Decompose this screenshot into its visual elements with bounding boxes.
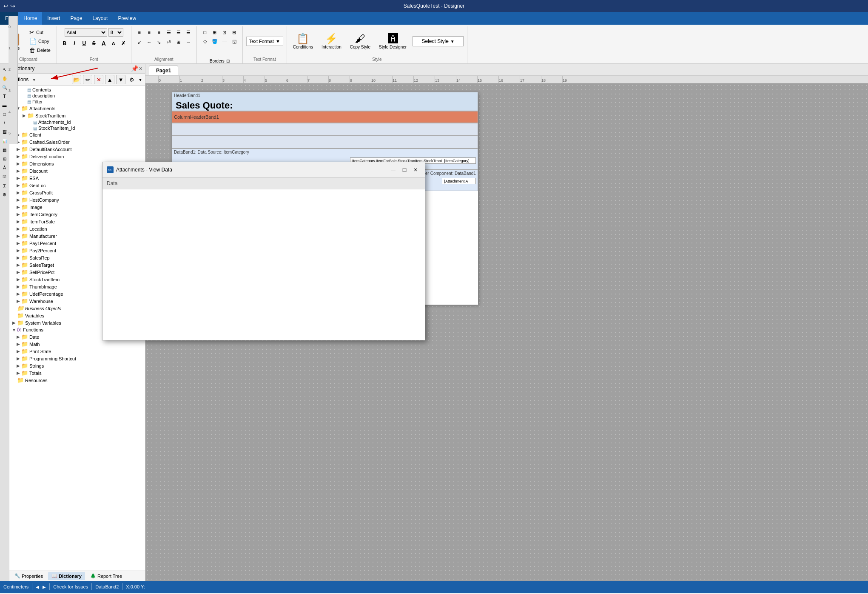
tool-rect[interactable]: □ <box>1 110 9 118</box>
border-inner[interactable]: ⊞ <box>210 28 219 37</box>
align-middle[interactable]: ↔ <box>145 38 154 46</box>
tool-line[interactable]: / <box>1 119 9 127</box>
data-band-2-field3[interactable]: {Attachment A <box>442 178 476 184</box>
actions-dropdown-arrow[interactable]: ▼ <box>32 77 36 82</box>
tool-image[interactable]: 🖼 <box>1 128 9 136</box>
tree-item-resources[interactable]: 📁 Resources <box>9 377 145 384</box>
align-justify-right[interactable]: ☰ <box>184 28 193 37</box>
align-justify-center[interactable]: ☰ <box>174 28 183 37</box>
font-size-select[interactable]: 8 10 12 <box>108 28 123 37</box>
delete-button[interactable]: 🗑 Delete <box>27 46 53 54</box>
data-band-1-field3[interactable]: {ItemCategory} <box>442 157 476 164</box>
tab-properties[interactable]: 🔧 Properties <box>11 572 46 580</box>
strikethrough-button[interactable]: S <box>90 39 98 48</box>
style-designer-button[interactable]: 🅰 Style Designer <box>376 32 409 51</box>
undo-button[interactable]: ↩ <box>3 3 9 9</box>
align-bottom-left[interactable]: ↙ <box>135 38 144 46</box>
menu-insert[interactable]: Insert <box>42 12 65 25</box>
tree-item-printstate[interactable]: ▶ 📁 Print State <box>9 348 145 355</box>
tree-item-stocktranitem-id[interactable]: ▤ StockTranItem_Id <box>9 125 145 131</box>
header-band[interactable]: HeaderBand1 Sales Quote: <box>172 92 478 111</box>
close-panel-button[interactable]: × <box>139 65 142 72</box>
redo-button[interactable]: ↪ <box>10 3 15 9</box>
tool-richtext[interactable]: Ā <box>1 164 9 171</box>
menu-page[interactable]: Page <box>65 12 87 25</box>
font-grow-button[interactable]: A <box>100 39 108 48</box>
copy-button[interactable]: 📄 Copy <box>27 37 53 46</box>
tool-settings2[interactable]: ⚙ <box>1 191 9 198</box>
tool-zoom[interactable]: 🔍 <box>1 83 9 91</box>
pin-icon[interactable]: 📌 <box>131 65 138 72</box>
tab-reporttree[interactable]: 🌲 Report Tree <box>87 572 125 580</box>
tool-band[interactable]: ▬ <box>1 101 9 109</box>
italic-button[interactable]: I <box>70 39 79 48</box>
border-line[interactable]: — <box>220 37 229 46</box>
bold-button[interactable]: B <box>60 39 69 48</box>
tool-table[interactable]: ⊞ <box>1 155 9 163</box>
tool-text[interactable]: T <box>1 92 9 100</box>
align-wrap[interactable]: ⏎ <box>164 38 174 46</box>
interaction-button[interactable]: ⚡ Interaction <box>319 32 344 51</box>
border-none[interactable]: ⊡ <box>220 28 229 37</box>
font-name-select[interactable]: Arial Times New Roman <box>65 28 107 37</box>
tab-dictionary[interactable]: 📖 Dictionary <box>48 572 85 580</box>
gear-dropdown-arrow[interactable]: ▼ <box>138 77 142 82</box>
tree-item-description[interactable]: ▤ description <box>9 93 145 99</box>
conditions-button[interactable]: 📋 Conditions <box>290 32 316 51</box>
gear-button[interactable]: ⚙ <box>127 75 137 84</box>
tree-item-client[interactable]: ▶ 📁 Client <box>9 131 145 138</box>
tool-chart[interactable]: 📊 <box>1 137 9 145</box>
align-center-top[interactable]: ≡ <box>145 28 154 37</box>
textformat-dropdown[interactable]: Text Format ▼ <box>246 37 283 46</box>
tool-math[interactable]: ∑ <box>1 182 9 189</box>
border-shadow[interactable]: ◱ <box>230 37 239 46</box>
border-all[interactable]: ⊟ <box>230 28 239 37</box>
border-outer[interactable]: □ <box>200 28 210 37</box>
status-play-forward[interactable]: ▶ <box>43 585 46 589</box>
menu-home[interactable]: Home <box>18 12 42 25</box>
new-item-button[interactable]: 📂 <box>72 75 81 84</box>
tree-item-stocktranitem[interactable]: ▶ 📁 StockTranItem <box>9 112 145 119</box>
tool-checkmark[interactable]: ☑ <box>1 173 9 180</box>
align-justify-left[interactable]: ☰ <box>164 28 174 37</box>
tree-item-crafted[interactable]: ▶ 📁 Crafted.SalesOrder <box>9 138 145 146</box>
move-down-button[interactable]: ▼ <box>116 75 125 84</box>
align-left-top[interactable]: ≡ <box>135 28 144 37</box>
tree-item-math[interactable]: ▶ 📁 Math <box>9 340 145 348</box>
dialog-close-button[interactable]: × <box>410 165 421 175</box>
menu-layout[interactable]: Layout <box>87 12 113 25</box>
col-header-band[interactable]: ColumnHeaderBand1 <box>172 111 478 123</box>
tree-item-attachments-id[interactable]: ▤ Attachments_Id <box>9 119 145 125</box>
border-fill[interactable]: 🪣 <box>210 37 219 46</box>
dialog-maximize-button[interactable]: □ <box>399 165 410 175</box>
border-shape[interactable]: ◇ <box>200 37 210 46</box>
tree-item-programmingshortcut[interactable]: ▶ 📁 Programming Shortcut <box>9 355 145 362</box>
delete-item-button[interactable]: ✕ <box>94 75 103 84</box>
page-tab-1[interactable]: Page1 <box>149 66 178 75</box>
tree-item-filter[interactable]: ▤ Filter <box>9 99 145 105</box>
font-shrink-button[interactable]: A <box>109 39 118 48</box>
align-bottom-right[interactable]: ↘ <box>154 38 164 46</box>
edit-button[interactable]: ✏ <box>83 75 92 84</box>
underline-button[interactable]: U <box>80 39 88 48</box>
borders-expand[interactable]: ⊡ <box>226 59 230 63</box>
tree-item-defaultbank[interactable]: ▶ 📁 DefaultBankAccount <box>9 146 145 153</box>
menu-preview[interactable]: Preview <box>113 12 141 25</box>
tree-item-strings[interactable]: ▶ 📁 Strings <box>9 362 145 369</box>
select-style-box[interactable]: Select Style ▼ <box>413 36 464 46</box>
tree-item-contents[interactable]: ▤ Contents <box>9 87 145 93</box>
dialog-minimize-button[interactable]: ─ <box>388 165 398 175</box>
copy-style-button[interactable]: 🖌 Copy Style <box>347 32 373 51</box>
tool-barcode[interactable]: ▦ <box>1 146 9 154</box>
status-play-back[interactable]: ◀ <box>36 585 39 589</box>
tree-item-delivery[interactable]: ▶ 📁 DeliveryLocation <box>9 153 145 160</box>
tool-select[interactable]: ↖ <box>1 66 9 73</box>
cut-button[interactable]: ✂ Cut <box>27 28 53 37</box>
align-indent[interactable]: → <box>184 38 193 46</box>
tree-item-totals[interactable]: ▶ 📁 Totals <box>9 369 145 377</box>
tool-hand[interactable]: ✋ <box>1 74 9 82</box>
move-up-button[interactable]: ▲ <box>105 75 114 84</box>
align-merge[interactable]: ⊞ <box>174 38 183 46</box>
status-check-issues[interactable]: Check for Issues <box>53 584 88 589</box>
clear-format-button[interactable]: ✗ <box>119 39 128 48</box>
